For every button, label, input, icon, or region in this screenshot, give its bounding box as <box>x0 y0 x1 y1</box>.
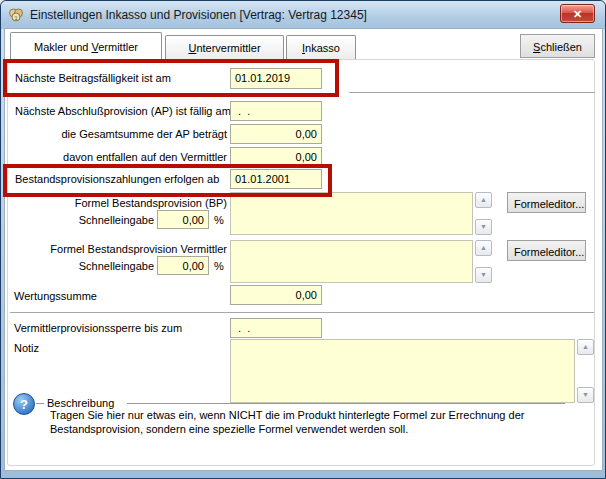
scroll-down-icon[interactable]: ▼ <box>577 387 594 403</box>
window-title: Einstellungen Inkasso und Provisionen [V… <box>30 8 367 22</box>
beschreibung-text: Tragen Sie hier nur etwas ein, wenn NICH… <box>50 408 555 436</box>
beitragsfaelligkeit-label: Nächste Beitragsfälligkeit ist am <box>15 72 171 84</box>
tab-untervermittler[interactable]: Untervermittler <box>165 35 284 60</box>
davon-vermittler-field[interactable]: 0,00 <box>230 147 322 167</box>
wertungssumme-label: Wertungssumme <box>14 290 97 302</box>
scroll-up-icon[interactable]: ▲ <box>475 192 492 208</box>
sperre-label: Vermittlerprovisionssperre bis zum <box>14 322 182 334</box>
schnelleingabe-bp-field[interactable]: 0,00 <box>157 210 209 229</box>
formel-bp-label: Formel Bestandsprovision (BP) <box>15 197 227 209</box>
svg-text:1: 1 <box>14 15 17 21</box>
formel-bp-vermittler-scrollbar: ▲ ▼ <box>475 240 492 283</box>
gesamtsumme-label: die Gesamtsumme der AP beträgt <box>15 128 227 140</box>
dialog-client-area: Makler und Vermittler Untervermittler In… <box>4 28 603 471</box>
tab-inkasso[interactable]: Inkasso <box>286 35 356 60</box>
help-icon: ? <box>13 393 35 415</box>
tab-makler-und-vermittler[interactable]: Makler und Vermittler <box>10 32 162 61</box>
scroll-up-icon[interactable]: ▲ <box>577 339 594 355</box>
abschlussprovision-date-field[interactable]: . . <box>230 101 322 121</box>
separator <box>10 312 594 313</box>
separator <box>349 92 595 93</box>
formeleditor-button-vermittler[interactable]: Formeleditor... <box>507 240 586 261</box>
schnelleingabe-vermittler-unit: % <box>214 260 224 272</box>
schnelleingabe-bp-label: Schnelleingabe <box>15 214 154 226</box>
scroll-down-icon[interactable]: ▼ <box>475 267 492 283</box>
davon-vermittler-label: davon entfallen auf den Vermittler <box>15 151 227 163</box>
notiz-textarea[interactable] <box>230 339 575 403</box>
scroll-up-icon[interactable]: ▲ <box>475 240 492 256</box>
schnelleingabe-vermittler-field[interactable]: 0,00 <box>157 256 209 275</box>
notiz-scrollbar: ▲ ▼ <box>577 339 594 403</box>
coins-icon: 1 <box>8 7 24 23</box>
legend-dash <box>36 403 44 404</box>
legend-line <box>127 403 565 404</box>
dialog-window: 1 Einstellungen Inkasso und Provisionen … <box>0 0 606 479</box>
sperre-date-field[interactable]: . . <box>230 318 322 338</box>
gesamtsumme-field[interactable]: 0,00 <box>230 124 322 144</box>
schnelleingabe-bp-unit: % <box>214 214 224 226</box>
formel-bp-vermittler-textarea[interactable] <box>230 240 473 283</box>
schnelleingabe-vermittler-label: Schnelleingabe <box>15 260 154 272</box>
abschlussprovision-label: Nächste Abschlußprovision (AP) ist fälli… <box>15 105 231 117</box>
title-bar[interactable]: 1 Einstellungen Inkasso und Provisionen … <box>1 1 605 29</box>
formel-bp-scrollbar: ▲ ▼ <box>475 192 492 235</box>
beitragsfaelligkeit-date-field[interactable]: 01.01.2019 <box>230 68 322 89</box>
close-icon: ✕ <box>573 8 582 20</box>
wertungssumme-field[interactable]: 0,00 <box>230 285 322 305</box>
formel-bp-vermittler-label: Formel Bestandsprovision Vermittler <box>15 243 227 255</box>
formel-bp-textarea[interactable] <box>230 192 473 235</box>
bestandsprovision-ab-date-field[interactable]: 01.01.2001 <box>230 169 322 189</box>
scroll-down-icon[interactable]: ▼ <box>475 219 492 235</box>
window-close-button[interactable]: ✕ <box>560 4 595 23</box>
notiz-label: Notiz <box>14 342 39 354</box>
formeleditor-button-bp[interactable]: Formeleditor... <box>507 192 586 213</box>
bestandsprovision-ab-label: Bestandsprovisionszahlungen erfolgen ab <box>15 173 219 185</box>
close-dialog-button[interactable]: Schließen <box>520 34 595 58</box>
